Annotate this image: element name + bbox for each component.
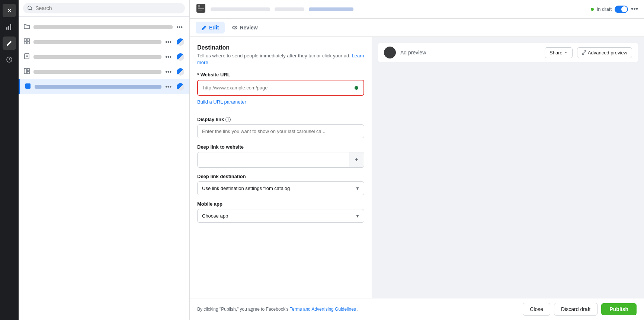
topbar-placeholder-2 [275, 7, 304, 11]
sidebar-item-5-dots[interactable]: ••• [165, 83, 172, 90]
terms-link[interactable]: Terms and Advertising Guidelines [290, 307, 356, 312]
status-dot [591, 8, 594, 11]
svg-rect-19 [198, 5, 200, 7]
advanced-preview-button[interactable]: Advanced preview [577, 47, 632, 58]
preview-panel: Ad preview Share Advanced preview [372, 37, 644, 298]
sidebar-item-4-badge [177, 68, 184, 76]
grid-icon [24, 38, 30, 46]
sidebar-item-4[interactable]: ••• [19, 64, 189, 79]
svg-rect-20 [198, 8, 204, 9]
search-icon [28, 6, 32, 11]
url-input-row [199, 81, 363, 94]
sidebar-item-4-text [33, 70, 161, 74]
main-area: In draft ••• Edit Review Destination [190, 0, 644, 320]
destination-title: Destination [197, 44, 364, 51]
review-icon [232, 25, 237, 30]
sidebar-item-5-badge [177, 83, 184, 91]
sidebar-item-5[interactable]: ••• [19, 79, 189, 94]
deep-link-field: Deep link to website + [197, 144, 364, 168]
svg-rect-3 [12, 26, 12, 27]
square-icon [25, 83, 31, 91]
svg-point-5 [28, 6, 31, 9]
search-input[interactable] [35, 5, 180, 11]
build-url-link[interactable]: Build a URL parameter [197, 99, 246, 105]
deep-link-add-button[interactable]: + [349, 152, 364, 167]
ad-preview-circle [384, 47, 396, 58]
sidebar-item-3-dots[interactable]: ••• [165, 54, 172, 60]
display-link-input[interactable] [197, 124, 364, 138]
nav-edit-icon[interactable] [3, 37, 16, 50]
sidebar-item-4-dots[interactable]: ••• [165, 69, 172, 75]
sidebar-item-1[interactable]: ••• [19, 20, 189, 35]
website-url-field: * Website URL Build a URL parameter [197, 72, 364, 111]
deep-link-destination-field: Deep link destination Use link destinati… [197, 174, 364, 195]
deep-link-destination-select[interactable]: Use link destination settings from catal… [197, 181, 364, 195]
svg-rect-8 [27, 39, 29, 41]
status-toggle[interactable] [615, 6, 628, 13]
bottom-bar: By clicking "Publish," you agree to Face… [190, 298, 644, 320]
agreement-text: By clicking "Publish," you agree to Face… [197, 307, 359, 312]
tab-review[interactable]: Review [226, 22, 263, 34]
topbar-placeholder-3 [309, 7, 353, 11]
folder-icon [24, 23, 30, 31]
top-bar: In draft ••• [190, 0, 644, 19]
grid2-icon [24, 68, 30, 76]
svg-rect-10 [27, 42, 29, 44]
destination-desc: Tell us where to send people immediately… [197, 53, 364, 66]
sidebar-search-area [19, 0, 189, 17]
ad-preview-label: Ad preview [400, 50, 426, 56]
url-status-dot [355, 86, 358, 90]
svg-line-6 [31, 9, 32, 10]
edit-review-tabs: Edit Review [190, 19, 644, 37]
svg-rect-16 [27, 72, 29, 74]
mobile-app-field: Mobile app Choose app App 1 App 2 ▼ [197, 201, 364, 223]
svg-rect-14 [24, 69, 26, 74]
svg-rect-2 [10, 24, 11, 30]
share-chevron-icon [564, 51, 568, 54]
preview-header: Ad preview Share Advanced preview [378, 43, 638, 62]
sidebar-item-2[interactable]: ••• [19, 35, 189, 50]
more-options-button[interactable]: ••• [631, 5, 638, 13]
deep-link-destination-wrap: Use link destination settings from catal… [197, 181, 364, 195]
sidebar-item-2-badge [177, 38, 184, 46]
svg-point-22 [233, 26, 237, 29]
search-input-wrap[interactable] [23, 3, 185, 13]
close-button[interactable]: Close [523, 303, 550, 316]
sidebar-item-3-badge [177, 53, 184, 61]
svg-point-23 [234, 27, 236, 28]
topbar-placeholder-1 [211, 7, 270, 11]
mobile-app-select[interactable]: Choose app App 1 App 2 [197, 209, 364, 223]
expand-icon [582, 50, 586, 55]
display-link-label: Display link i [197, 117, 364, 122]
publish-button[interactable]: Publish [601, 303, 637, 315]
sidebar-item-5-text [35, 85, 161, 89]
deep-link-label: Deep link to website [197, 144, 364, 150]
sidebar-list: ••• ••• ••• [19, 17, 189, 320]
sidebar-item-1-dots[interactable]: ••• [176, 24, 183, 31]
svg-rect-21 [198, 10, 202, 10]
topbar-app-icon [196, 3, 206, 15]
doc-icon [24, 53, 30, 61]
sidebar: ••• ••• ••• [19, 0, 190, 320]
website-url-input[interactable] [203, 85, 355, 91]
nav-analytics-icon[interactable] [3, 20, 16, 34]
share-button[interactable]: Share [545, 47, 573, 58]
deep-link-input[interactable] [198, 153, 349, 167]
nav-close-icon[interactable]: ✕ [3, 4, 16, 17]
deep-link-row: + [197, 152, 364, 168]
sidebar-item-3[interactable]: ••• [19, 50, 189, 64]
form-panel: Destination Tell us where to send people… [190, 37, 372, 298]
url-field-wrap [197, 80, 364, 96]
nav-bar: ✕ [0, 0, 19, 320]
svg-rect-15 [27, 69, 29, 71]
content-area: Destination Tell us where to send people… [190, 37, 644, 298]
sidebar-item-1-text [33, 25, 173, 29]
tab-edit[interactable]: Edit [196, 22, 225, 34]
discard-draft-button[interactable]: Discard draft [554, 303, 597, 316]
svg-rect-17 [25, 83, 31, 89]
destination-section: Destination Tell us where to send people… [197, 44, 364, 66]
nav-history-icon[interactable] [3, 53, 16, 66]
sidebar-item-2-dots[interactable]: ••• [165, 39, 172, 45]
svg-rect-7 [24, 39, 26, 41]
svg-rect-9 [24, 42, 26, 44]
